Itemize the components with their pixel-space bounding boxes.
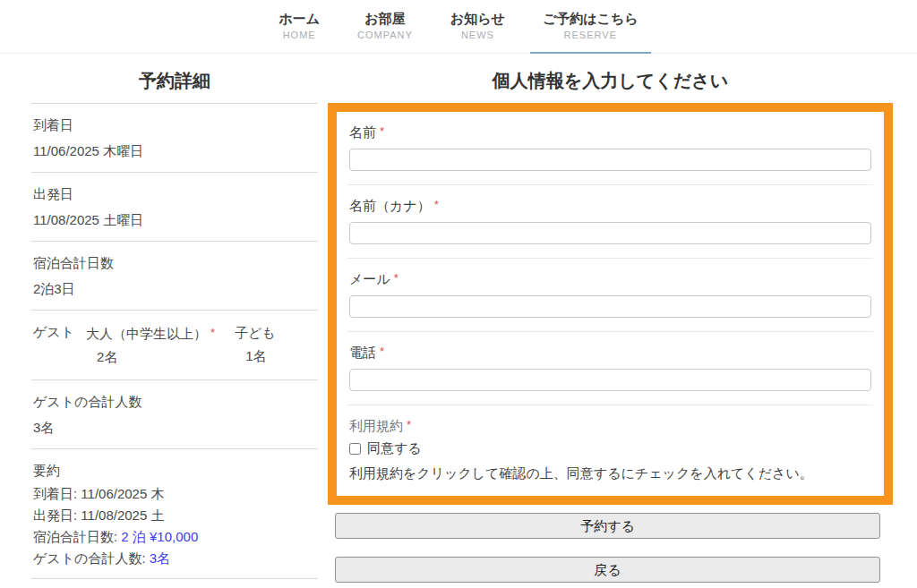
detail-row-summary: 要約 到着日: 11/06/2025 木 出発日: 11/08/2025 土 宿…: [31, 448, 318, 578]
email-input[interactable]: [349, 295, 871, 318]
name-input[interactable]: [349, 149, 871, 171]
arrival-label: 到着日: [33, 112, 316, 138]
departure-value: 11/08/2025 土曜日: [33, 207, 316, 233]
site-header: ホーム HOME お部屋 COMPANY お知らせ NEWS ご予約はこちら R…: [0, 0, 917, 54]
children-label: 子ども: [235, 321, 276, 345]
nav-item-rooms-sublabel: COMPANY: [357, 28, 413, 42]
reservation-details-title: 予約詳細: [31, 69, 318, 93]
personal-info-form: 名前* 名前（カナ）* メール* 電話* 利用規約* 同意する: [328, 103, 893, 505]
total-guests-value: 3名: [33, 414, 316, 440]
guest-col-children: 子ども 1名: [235, 321, 276, 369]
arrival-value: 11/06/2025 木曜日: [33, 138, 316, 164]
email-label: メール*: [349, 270, 871, 287]
summary-line-arrival: 到着日: 11/06/2025 木: [33, 483, 316, 505]
detail-row-departure: 出発日 11/08/2025 土曜日: [31, 172, 318, 241]
name-label: 名前*: [349, 124, 871, 141]
main-nav: ホーム HOME お部屋 COMPANY お知らせ NEWS ご予約はこちら R…: [266, 10, 650, 54]
adults-label: 大人（中学生以上）*: [86, 321, 215, 345]
agree-checkbox[interactable]: [349, 443, 361, 455]
nav-item-news[interactable]: お知らせ NEWS: [438, 10, 518, 54]
field-group-phone: 電話*: [347, 332, 873, 405]
summary-line-total-guests: ゲストの合計人数: 3名: [33, 548, 316, 569]
terms-note: 利用規約をクリックして確認の上、同意するにチェックを入れてください。: [349, 464, 871, 482]
guest-columns: 大人（中学生以上）* 2名 子ども 1名: [86, 321, 276, 369]
nav-item-reserve-label: ご予約はこちら: [543, 10, 638, 28]
required-asterisk: *: [210, 326, 215, 339]
name-kana-label: 名前（カナ）*: [349, 197, 871, 214]
required-asterisk: *: [434, 198, 439, 211]
nav-item-home-label: ホーム: [279, 10, 320, 28]
detail-row-total-price: 合計金額: [31, 578, 318, 588]
nav-item-reserve[interactable]: ご予約はこちら RESERVE: [530, 10, 651, 54]
children-value: 1名: [235, 345, 276, 368]
nav-item-home[interactable]: ホーム HOME: [266, 10, 332, 54]
agree-label: 同意する: [367, 440, 422, 457]
required-asterisk: *: [380, 345, 384, 358]
detail-row-guests: ゲスト 大人（中学生以上）* 2名 子ども 1名: [31, 310, 318, 379]
adults-value: 2名: [86, 345, 215, 369]
field-group-name: 名前*: [347, 112, 873, 185]
total-guests-label: ゲストの合計人数: [33, 388, 316, 414]
detail-row-nights: 宿泊合計日数 2泊3日: [31, 241, 318, 310]
nav-item-rooms-label: お部屋: [364, 10, 405, 28]
detail-row-total-guests: ゲストの合計人数 3名: [31, 379, 318, 448]
detail-row-arrival: 到着日 11/06/2025 木曜日: [31, 103, 318, 172]
name-kana-input[interactable]: [349, 222, 871, 244]
required-asterisk: *: [394, 271, 399, 285]
field-group-name-kana: 名前（カナ）*: [347, 185, 873, 259]
nav-item-home-sublabel: HOME: [283, 28, 316, 42]
back-button[interactable]: 戻る: [335, 557, 880, 583]
summary-label: 要約: [33, 457, 316, 483]
guest-col-adults: 大人（中学生以上）* 2名: [86, 321, 215, 369]
guests-label: ゲスト: [33, 321, 74, 369]
personal-info-title: 個人情報を入力してください: [328, 69, 893, 93]
reserve-button[interactable]: 予約する: [335, 513, 880, 539]
required-asterisk: *: [407, 418, 411, 431]
summary-line-departure: 出発日: 11/08/2025 土: [33, 505, 316, 526]
nights-label: 宿泊合計日数: [33, 250, 316, 276]
personal-info-panel: 個人情報を入力してください 名前* 名前（カナ）* メール* 電話* 利用規約*: [328, 54, 893, 588]
agree-row: 同意する: [349, 440, 871, 457]
reservation-details-panel: 予約詳細 到着日 11/06/2025 木曜日 出発日 11/08/2025 土…: [31, 54, 318, 588]
nav-item-news-sublabel: NEWS: [461, 28, 494, 42]
departure-label: 出発日: [33, 181, 316, 207]
field-group-email: メール*: [347, 259, 873, 332]
phone-label: 電話*: [349, 344, 871, 361]
terms-label[interactable]: 利用規約*: [349, 417, 871, 434]
nav-item-reserve-sublabel: RESERVE: [564, 28, 617, 42]
nav-item-news-label: お知らせ: [450, 10, 505, 28]
phone-input[interactable]: [349, 369, 871, 391]
field-group-terms: 利用規約* 同意する 利用規約をクリックして確認の上、同意するにチェックを入れて…: [347, 405, 873, 496]
required-asterisk: *: [380, 124, 384, 138]
reservation-page: 予約詳細 到着日 11/06/2025 木曜日 出発日 11/08/2025 土…: [0, 54, 917, 588]
summary-line-nights: 宿泊合計日数: 2 泊 ¥10,000: [33, 526, 316, 548]
nights-value: 2泊3日: [33, 276, 316, 302]
nav-item-rooms[interactable]: お部屋 COMPANY: [345, 10, 425, 54]
